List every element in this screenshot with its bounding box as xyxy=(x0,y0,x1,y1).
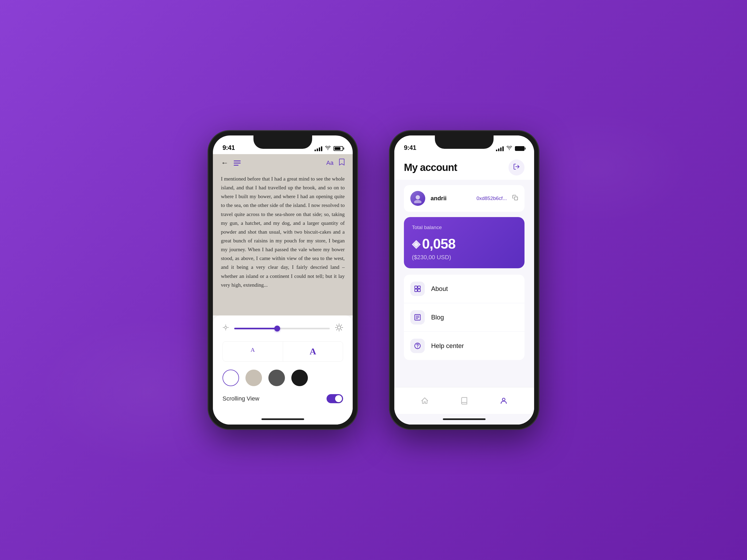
account-header: My account xyxy=(394,154,534,180)
toolbar-left: ← xyxy=(221,159,241,167)
notch-2 xyxy=(435,135,494,149)
logout-button[interactable] xyxy=(509,159,524,176)
theme-dark[interactable] xyxy=(268,370,285,386)
bottom-nav xyxy=(394,387,534,414)
status-icons-2 xyxy=(496,145,524,152)
battery-icon xyxy=(334,146,343,151)
signal-icon xyxy=(314,146,322,151)
home-indicator xyxy=(213,414,353,425)
theme-black[interactable] xyxy=(291,370,308,386)
blog-icon xyxy=(410,310,425,324)
balance-usd: ($230,00 USD) xyxy=(412,254,516,261)
svg-point-15 xyxy=(416,195,420,199)
svg-rect-20 xyxy=(415,289,417,291)
svg-rect-17 xyxy=(514,197,518,200)
help-icon xyxy=(410,339,425,353)
home-indicator-2 xyxy=(394,414,534,425)
svg-point-28 xyxy=(503,398,505,401)
svg-line-10 xyxy=(336,325,337,326)
battery-icon-2 xyxy=(515,146,524,151)
svg-point-16 xyxy=(414,200,421,203)
user-name: andrii xyxy=(431,195,471,202)
nav-home[interactable] xyxy=(421,397,429,405)
brightness-slider[interactable] xyxy=(234,328,330,329)
blog-label: Blog xyxy=(431,314,444,321)
account-body: andrii 0xd852b6cf... Total balance ◈ 0, xyxy=(394,180,534,387)
reader-content-area: ← Aa xyxy=(213,154,353,316)
logout-icon xyxy=(513,163,520,172)
scrolling-label: Scrolling View xyxy=(223,395,259,402)
about-label: About xyxy=(431,285,448,293)
reader-screen: ← Aa xyxy=(213,154,353,425)
user-avatar xyxy=(410,191,425,206)
help-label: Help center xyxy=(431,342,464,350)
font-size-button[interactable]: Aa xyxy=(326,159,334,166)
copy-button[interactable] xyxy=(512,195,518,202)
eth-symbol: ◈ xyxy=(412,238,420,250)
phone-account: 9:41 xyxy=(389,131,539,429)
svg-line-11 xyxy=(341,329,342,330)
sun-large-icon xyxy=(335,323,343,334)
account-title: My account xyxy=(404,162,457,174)
menu-list: About Blog xyxy=(404,275,524,360)
menu-item-blog[interactable]: Blog xyxy=(404,303,524,332)
font-size-row: A A xyxy=(223,341,343,362)
back-button[interactable]: ← xyxy=(221,159,228,167)
scrolling-toggle[interactable] xyxy=(327,394,343,403)
brightness-row xyxy=(223,323,343,334)
wallet-address: 0xd852b6cf... xyxy=(476,195,507,201)
sun-small-icon xyxy=(223,324,229,332)
bookmark-button[interactable] xyxy=(339,158,345,167)
toolbar-right: Aa xyxy=(326,158,345,167)
wifi-icon-2 xyxy=(506,145,512,152)
reader-toolbar: ← Aa xyxy=(213,154,353,172)
status-icons xyxy=(314,145,343,152)
notch xyxy=(253,135,312,149)
svg-rect-18 xyxy=(415,286,417,289)
balance-value: 0,058 xyxy=(422,236,456,252)
svg-line-12 xyxy=(341,325,342,326)
wifi-icon xyxy=(325,145,331,152)
font-large-option[interactable]: A xyxy=(283,342,343,361)
svg-rect-19 xyxy=(418,286,420,289)
color-theme-row xyxy=(223,370,343,386)
status-time-2: 9:41 xyxy=(404,144,416,152)
svg-line-13 xyxy=(336,329,337,330)
theme-white[interactable] xyxy=(223,370,239,386)
user-row: andrii 0xd852b6cf... xyxy=(404,185,524,212)
svg-point-5 xyxy=(337,326,341,329)
balance-label: Total balance xyxy=(412,224,516,231)
balance-amount: ◈ 0,058 xyxy=(412,236,516,252)
nav-account[interactable] xyxy=(500,397,508,405)
font-small-option[interactable]: A xyxy=(223,342,283,361)
scrolling-row: Scrolling View xyxy=(223,394,343,403)
account-screen: My account xyxy=(394,154,534,425)
menu-item-about[interactable]: About xyxy=(404,275,524,303)
menu-item-help[interactable]: Help center xyxy=(404,332,524,360)
theme-beige[interactable] xyxy=(246,370,262,386)
menu-icon[interactable] xyxy=(234,161,241,166)
signal-icon-2 xyxy=(496,146,504,151)
about-icon xyxy=(410,282,425,296)
balance-card: Total balance ◈ 0,058 ($230,00 USD) xyxy=(404,217,524,268)
status-time: 9:41 xyxy=(223,144,235,152)
reader-text-content: I mentioned before that I had a great mi… xyxy=(213,172,353,297)
nav-library[interactable] xyxy=(460,397,468,405)
svg-rect-21 xyxy=(418,289,420,291)
phone-reader: 9:41 xyxy=(208,131,358,429)
svg-point-0 xyxy=(225,326,227,328)
reader-bottom-panel: A A Scrolling View xyxy=(213,316,353,414)
